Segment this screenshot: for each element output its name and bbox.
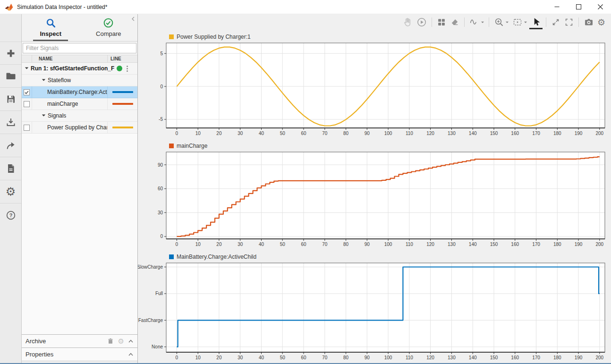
maximize-button[interactable] xyxy=(568,0,589,14)
magnifier-icon xyxy=(45,17,56,28)
export-button[interactable] xyxy=(0,134,21,157)
svg-text:0: 0 xyxy=(176,242,178,247)
group-row-signals[interactable]: Signals xyxy=(22,110,137,122)
chart-activechild[interactable]: 0102030405060708090100110120130140150160… xyxy=(138,262,611,362)
fullscreen-button[interactable] xyxy=(563,16,575,28)
chart-legend-activechild: MainBattery.Charge:ActiveChild xyxy=(169,253,611,260)
play-circle-icon xyxy=(416,17,427,28)
svg-text:170: 170 xyxy=(532,242,540,247)
zoom-in-button[interactable] xyxy=(492,16,510,28)
chart-maincharge[interactable]: 0102030405060708090100110120130140150160… xyxy=(138,151,611,248)
save-button[interactable] xyxy=(0,88,21,111)
svg-text:-5: -5 xyxy=(159,117,163,122)
column-name: NAME xyxy=(32,56,107,61)
svg-text:30: 30 xyxy=(238,355,243,360)
legend-label: MainBattery.Charge:ActiveChild xyxy=(177,254,256,260)
eraser-icon xyxy=(450,17,460,27)
chart-power-supplied[interactable]: 0102030405060708090100110120130140150160… xyxy=(138,42,611,137)
caret-down-icon[interactable] xyxy=(25,65,29,72)
caret-down-icon[interactable] xyxy=(42,112,46,119)
chevron-up-icon[interactable] xyxy=(128,339,134,343)
region-select-icon xyxy=(512,17,523,28)
svg-text:90: 90 xyxy=(365,355,370,360)
chart-legend-power: Power Supplied by Charger:1 xyxy=(169,33,611,40)
signal-row-maincharge[interactable]: mainCharge xyxy=(22,98,137,110)
preferences-button[interactable]: ⚙ xyxy=(0,180,21,203)
tab-inspect-label: Inspect xyxy=(40,30,61,37)
minimize-button[interactable] xyxy=(546,0,568,14)
signal-line-swatch xyxy=(112,127,133,128)
expand-arrows-icon xyxy=(551,17,561,27)
trash-icon[interactable] xyxy=(107,337,114,345)
run-options-kebab-icon[interactable] xyxy=(125,65,130,73)
signal-sidebar: Inspect Compare NAM xyxy=(22,14,138,363)
properties-pane-header[interactable]: Properties xyxy=(22,347,137,361)
svg-text:20: 20 xyxy=(216,131,222,136)
caret-down-icon[interactable] xyxy=(42,77,46,84)
signal-list: Run 1: sfGetStartedFunction_F Stateflow xyxy=(22,63,137,334)
run-row[interactable]: Run 1: sfGetStartedFunction_F xyxy=(22,63,137,75)
select-cursor-button[interactable] xyxy=(529,17,543,29)
svg-text:110: 110 xyxy=(406,131,413,136)
gear-icon: ⚙ xyxy=(597,17,605,27)
close-button[interactable] xyxy=(589,0,611,14)
svg-text:50: 50 xyxy=(280,131,286,136)
svg-text:40: 40 xyxy=(259,242,264,247)
archive-gear-icon[interactable]: ⚙ xyxy=(118,336,124,347)
add-button[interactable] xyxy=(0,42,21,65)
signal-line-swatch xyxy=(112,103,133,105)
svg-text:160: 160 xyxy=(511,131,519,136)
open-button[interactable] xyxy=(0,65,21,88)
svg-text:40: 40 xyxy=(259,131,264,136)
help-button[interactable]: ? xyxy=(0,203,21,227)
signal-options-button[interactable] xyxy=(468,16,485,28)
signal-checkbox[interactable] xyxy=(24,101,30,107)
svg-text:190: 190 xyxy=(575,131,583,136)
fit-to-view-button[interactable] xyxy=(550,16,562,28)
svg-text:100: 100 xyxy=(384,355,392,360)
replay-button[interactable] xyxy=(415,16,428,28)
svg-text:120: 120 xyxy=(426,242,434,247)
matlab-logo-icon xyxy=(5,3,13,11)
svg-text:60: 60 xyxy=(301,242,306,247)
plot-settings-button[interactable]: ⚙ xyxy=(596,16,606,28)
filter-signals-input[interactable] xyxy=(23,43,136,53)
hand-icon xyxy=(402,17,413,28)
svg-text:180: 180 xyxy=(553,131,561,136)
svg-text:180: 180 xyxy=(553,242,561,247)
left-toolbar: ⚙ ? xyxy=(0,14,22,363)
signal-row-power-supplied-by-charger[interactable]: Power Supplied by Charger:1 xyxy=(22,122,137,134)
tab-compare[interactable]: Compare xyxy=(80,14,138,41)
svg-text:FastCharge: FastCharge xyxy=(138,318,163,323)
svg-text:0: 0 xyxy=(160,84,163,89)
legend-swatch xyxy=(169,254,174,259)
signal-checkbox[interactable] xyxy=(24,125,30,131)
svg-text:?: ? xyxy=(9,212,12,218)
svg-text:20: 20 xyxy=(216,355,222,360)
zoom-region-button[interactable] xyxy=(511,16,528,28)
run-status-dot xyxy=(117,66,122,71)
svg-text:SlowCharge: SlowCharge xyxy=(138,264,163,270)
archive-pane-header[interactable]: Archive ⚙ xyxy=(22,334,137,347)
layout-button[interactable] xyxy=(435,16,448,28)
help-icon: ? xyxy=(5,210,17,221)
snapshot-button[interactable] xyxy=(582,16,595,28)
svg-text:190: 190 xyxy=(575,355,583,360)
clear-plots-button[interactable] xyxy=(449,16,461,28)
svg-text:10: 10 xyxy=(195,131,201,136)
group-label: Signals xyxy=(48,112,66,119)
import-button[interactable] xyxy=(0,111,21,134)
signal-checkbox-checked[interactable] xyxy=(24,89,30,95)
svg-text:10: 10 xyxy=(195,355,201,360)
report-button[interactable] xyxy=(0,157,21,180)
collapse-panel-chevron-icon[interactable] xyxy=(131,16,136,23)
group-row-stateflow[interactable]: Stateflow xyxy=(22,75,137,86)
chevron-up-icon[interactable] xyxy=(128,352,134,356)
pan-button[interactable] xyxy=(401,16,414,28)
svg-text:30: 30 xyxy=(238,242,243,247)
gear-icon: ⚙ xyxy=(6,186,16,197)
svg-text:70: 70 xyxy=(322,355,328,360)
tab-inspect[interactable]: Inspect xyxy=(22,14,80,41)
svg-text:130: 130 xyxy=(448,355,456,360)
signal-row-mainbattery-charge-activechild[interactable]: MainBattery.Charge:ActiveChild xyxy=(22,86,137,98)
